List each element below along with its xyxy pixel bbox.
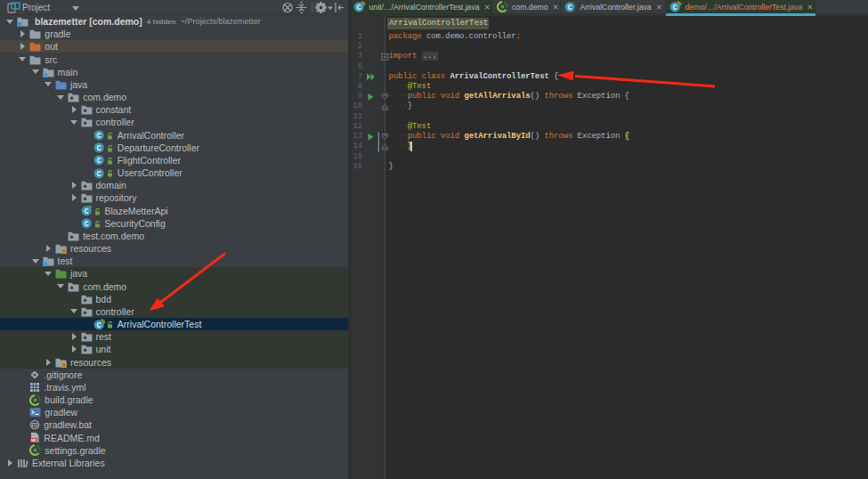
svg-text:C: C [84, 220, 88, 229]
svg-text:C: C [84, 207, 88, 216]
svg-text:C: C [568, 4, 572, 12]
svg-text:Project: Project [22, 3, 50, 12]
svg-text:C: C [96, 144, 101, 153]
svg-text:C: C [673, 4, 677, 12]
svg-text:C: C [96, 169, 101, 178]
svg-text:C: C [96, 132, 101, 141]
svg-text:C: C [96, 321, 101, 330]
svg-text:C: C [96, 157, 101, 166]
svg-text:MD: MD [31, 439, 37, 442]
svg-text:C: C [357, 4, 361, 12]
